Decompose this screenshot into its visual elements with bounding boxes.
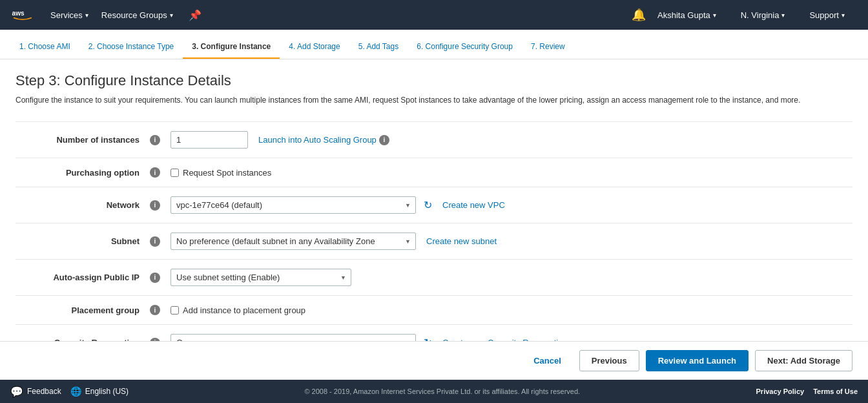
request-spot-checkbox[interactable]: [170, 169, 179, 177]
support-menu[interactable]: Support ▾: [809, 10, 845, 20]
resource-groups-chevron-icon: ▾: [170, 12, 173, 19]
tab-configure-instance[interactable]: 3. Configure Instance: [183, 34, 280, 59]
capacity-reservation-label: Capacity Reservation: [16, 325, 145, 342]
request-spot-checkbox-label: Request Spot instances: [170, 168, 847, 178]
num-instances-info-cell: i: [145, 122, 165, 158]
footer-links: Privacy Policy Terms of Use: [756, 388, 858, 395]
subnet-control: No preference (default subnet in any Ava…: [165, 223, 852, 260]
add-placement-text: Add instance to placement group: [183, 305, 305, 315]
footer-actions: Cancel Previous Review and Launch Next: …: [0, 341, 868, 380]
feedback-chat-icon: 💬: [10, 386, 23, 398]
tab-configure-security-group[interactable]: 6. Configure Security Group: [408, 34, 522, 59]
auto-assign-ip-control: Use subnet setting (Enable): [165, 260, 852, 296]
purchasing-option-info-icon[interactable]: i: [150, 167, 160, 178]
previous-button[interactable]: Previous: [579, 350, 639, 371]
form-row-capacity-reservation: Capacity Reservation i Open ↻ Create new…: [16, 325, 852, 342]
notifications-bell-icon[interactable]: 🔔: [632, 8, 646, 22]
num-instances-input[interactable]: [170, 131, 248, 149]
privacy-policy-link[interactable]: Privacy Policy: [756, 388, 805, 395]
page-footer: 💬 Feedback 🌐 English (US) © 2008 - 2019,…: [0, 380, 868, 403]
placement-group-info-cell: i: [145, 296, 165, 325]
form-row-purchasing-option: Purchasing option i Request Spot instanc…: [16, 158, 852, 187]
nav-right-section: 🔔 Akshita Gupta ▾ N. Virginia ▾ Support …: [632, 8, 858, 22]
svg-text:aws: aws: [12, 10, 25, 17]
placement-group-checkbox[interactable]: [170, 306, 179, 315]
configure-instance-form: Number of instances i Launch into Auto S…: [16, 121, 852, 341]
auto-assign-ip-label: Auto-assign Public IP: [16, 260, 145, 296]
create-subnet-link[interactable]: Create new subnet: [426, 236, 497, 246]
placement-group-info-icon[interactable]: i: [150, 305, 160, 315]
network-info-cell: i: [145, 187, 165, 223]
num-instances-info-icon[interactable]: i: [150, 135, 160, 145]
next-add-storage-button[interactable]: Next: Add Storage: [755, 350, 852, 371]
main-content-area: Step 3: Configure Instance Details Confi…: [0, 59, 868, 341]
auto-scaling-link[interactable]: Launch into Auto Scaling Group: [258, 135, 377, 145]
form-row-placement-group: Placement group i Add instance to placem…: [16, 296, 852, 325]
network-info-icon[interactable]: i: [150, 200, 160, 211]
wizard-tabs: 1. Choose AMI 2. Choose Instance Type 3.…: [0, 30, 868, 59]
resource-groups-nav[interactable]: Resource Groups ▾: [101, 10, 173, 20]
purchasing-option-control: Request Spot instances: [165, 158, 852, 187]
purchasing-option-info-cell: i: [145, 158, 165, 187]
capacity-refresh-button[interactable]: ↻: [424, 336, 432, 341]
pin-icon[interactable]: 📌: [189, 9, 202, 21]
form-row-num-instances: Number of instances i Launch into Auto S…: [16, 122, 852, 158]
capacity-reservation-info-cell: i: [145, 325, 165, 342]
user-menu[interactable]: Akshita Gupta ▾: [657, 10, 716, 20]
capacity-reservation-select[interactable]: Open: [170, 334, 416, 341]
tab-add-tags[interactable]: 5. Add Tags: [349, 34, 408, 59]
placement-group-label: Placement group: [16, 296, 145, 325]
region-menu[interactable]: N. Virginia ▾: [741, 10, 785, 20]
feedback-link[interactable]: Feedback: [27, 387, 61, 396]
num-instances-label: Number of instances: [16, 122, 145, 158]
language-selector[interactable]: English (US): [85, 387, 129, 396]
footer-copyright: © 2008 - 2019, Amazon Internet Services …: [129, 388, 756, 395]
page-title: Step 3: Configure Instance Details: [16, 72, 852, 89]
services-nav[interactable]: Services ▾: [50, 10, 88, 20]
create-capacity-link[interactable]: Create new Capacity Reservation: [442, 338, 568, 341]
network-select[interactable]: vpc-1e77ce64 (default): [170, 196, 416, 214]
user-chevron-icon: ▾: [713, 12, 716, 19]
top-navigation: aws Services ▾ Resource Groups ▾ 📌 🔔 Aks…: [0, 0, 868, 30]
network-refresh-button[interactable]: ↻: [424, 199, 432, 211]
network-select-wrapper: vpc-1e77ce64 (default): [170, 196, 416, 214]
language-globe-icon: 🌐: [70, 386, 81, 397]
auto-assign-ip-info-icon[interactable]: i: [150, 273, 160, 283]
terms-of-use-link[interactable]: Terms of Use: [813, 388, 858, 395]
capacity-select-wrapper: Open: [170, 334, 416, 341]
network-label: Network: [16, 187, 145, 223]
aws-logo[interactable]: aws: [10, 6, 35, 24]
auto-scaling-info-icon[interactable]: i: [379, 135, 389, 145]
page-description: Configure the instance to suit your requ…: [16, 94, 829, 106]
auto-assign-ip-select[interactable]: Use subnet setting (Enable): [170, 269, 351, 286]
tab-review[interactable]: 7. Review: [522, 34, 574, 59]
subnet-info-cell: i: [145, 223, 165, 260]
capacity-reservation-control: Open ↻ Create new Capacity Reservation: [165, 325, 852, 342]
auto-assign-ip-select-wrapper: Use subnet setting (Enable): [170, 269, 351, 286]
cancel-button[interactable]: Cancel: [522, 351, 573, 371]
request-spot-text: Request Spot instances: [183, 168, 271, 178]
subnet-select[interactable]: No preference (default subnet in any Ava…: [170, 232, 416, 250]
support-chevron-icon: ▾: [842, 12, 845, 19]
form-row-network: Network i vpc-1e77ce64 (default) ↻ Creat…: [16, 187, 852, 223]
form-row-auto-assign-ip: Auto-assign Public IP i Use subnet setti…: [16, 260, 852, 296]
tab-add-storage[interactable]: 4. Add Storage: [280, 34, 349, 59]
num-instances-control: Launch into Auto Scaling Group i: [165, 122, 852, 158]
form-row-subnet: Subnet i No preference (default subnet i…: [16, 223, 852, 260]
subnet-label: Subnet: [16, 223, 145, 260]
subnet-select-wrapper: No preference (default subnet in any Ava…: [170, 232, 416, 250]
auto-assign-ip-info-cell: i: [145, 260, 165, 296]
review-and-launch-button[interactable]: Review and Launch: [646, 350, 749, 371]
capacity-reservation-info-icon[interactable]: i: [150, 338, 160, 342]
create-vpc-link[interactable]: Create new VPC: [442, 200, 505, 210]
footer-left: 💬 Feedback 🌐 English (US): [10, 386, 129, 398]
services-chevron-icon: ▾: [85, 12, 88, 19]
tab-choose-ami[interactable]: 1. Choose AMI: [10, 34, 79, 59]
placement-group-control: Add instance to placement group: [165, 296, 852, 325]
region-chevron-icon: ▾: [781, 12, 785, 19]
network-control: vpc-1e77ce64 (default) ↻ Create new VPC: [165, 187, 852, 223]
purchasing-option-label: Purchasing option: [16, 158, 145, 187]
add-placement-label: Add instance to placement group: [170, 305, 847, 315]
tab-choose-instance-type[interactable]: 2. Choose Instance Type: [79, 34, 183, 59]
subnet-info-icon[interactable]: i: [150, 236, 160, 247]
